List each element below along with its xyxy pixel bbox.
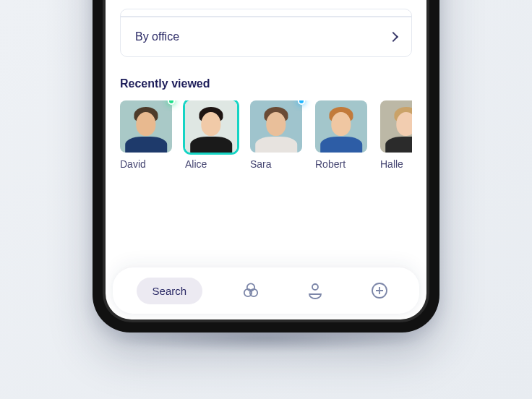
status-dot-icon: [168, 100, 175, 105]
nav-add-icon[interactable]: [364, 275, 395, 306]
nav-people-icon[interactable]: [235, 275, 267, 306]
avatar-image: [380, 100, 412, 153]
avatar-wrap: [250, 100, 302, 153]
avatar-wrap: [120, 100, 172, 153]
nav-profile-icon[interactable]: [299, 275, 331, 306]
nav-search-button[interactable]: Search: [137, 278, 203, 304]
person-name: David: [120, 158, 172, 170]
person-card[interactable]: Sara: [250, 100, 302, 170]
person-name: Sara: [250, 158, 302, 170]
avatar-wrap: [315, 100, 367, 153]
status-dot-icon: [298, 100, 305, 105]
chevron-right-icon: [388, 32, 398, 42]
avatar-image: [185, 100, 237, 153]
screen: By office Recently viewed DavidAliceSara…: [106, 0, 426, 319]
person-card[interactable]: Robert: [315, 100, 367, 170]
person-name: Alice: [185, 158, 237, 170]
bottom-nav: Search: [113, 267, 419, 314]
avatar[interactable]: [380, 100, 412, 153]
avatar-image: [315, 100, 367, 153]
person-card[interactable]: Alice: [185, 100, 237, 170]
avatar-image: [250, 100, 302, 153]
recently-viewed-title: Recently viewed: [120, 77, 412, 90]
avatar-wrap: [185, 100, 237, 153]
avatar[interactable]: [315, 100, 367, 153]
svg-point-3: [312, 284, 318, 290]
avatar-image: [120, 100, 172, 153]
filter-by-office[interactable]: By office: [121, 17, 411, 56]
person-card[interactable]: Halle: [380, 100, 412, 170]
avatar[interactable]: [185, 100, 237, 153]
filter-card: By office: [120, 9, 412, 57]
avatar-wrap: [380, 100, 412, 153]
person-name: Robert: [315, 158, 367, 170]
filter-by-office-label: By office: [135, 30, 179, 43]
phone-frame: By office Recently viewed DavidAliceSara…: [93, 0, 439, 332]
avatar[interactable]: [250, 100, 302, 153]
recently-viewed-list[interactable]: DavidAliceSaraRobertHalle: [120, 100, 412, 170]
avatar[interactable]: [120, 100, 172, 153]
nav-search-label: Search: [153, 285, 187, 297]
filter-row-hidden-top[interactable]: [121, 9, 411, 17]
person-card[interactable]: David: [120, 100, 172, 170]
person-name: Halle: [380, 158, 412, 170]
